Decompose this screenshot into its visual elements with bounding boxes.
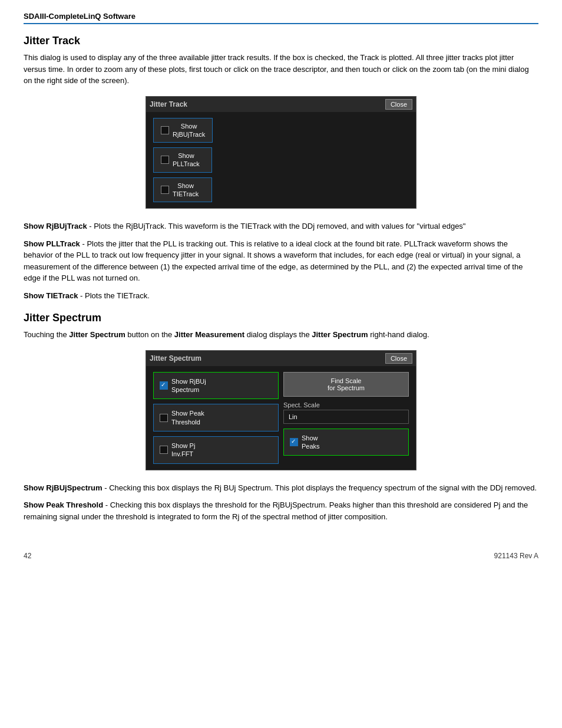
jitter-track-description: This dialog is used to display any of th… bbox=[24, 52, 538, 87]
show-peaks-label: ShowPeaks bbox=[302, 434, 320, 451]
rjbujtrack-term: Show RjBUjTrack bbox=[24, 222, 87, 230]
find-scale-label: Find Scalefor Spectrum bbox=[328, 377, 365, 391]
jitter-track-row-3: ShowTIETrack bbox=[153, 177, 409, 203]
jitter-measurement-bold: Jitter Measurement bbox=[174, 330, 244, 339]
spect-scale-value: Lin bbox=[283, 410, 409, 424]
jitter-track-dialog-title: Jitter Track bbox=[150, 100, 187, 108]
rjbujtrack-detail: - Plots the RjBUjTrack. This waveform is… bbox=[87, 222, 466, 230]
rjbujtrack-checkbox[interactable] bbox=[161, 126, 169, 134]
rjbuj-spectrum-checkbox[interactable] bbox=[160, 381, 168, 390]
rjbujtrack-label: ShowRjBUjTrack bbox=[173, 122, 205, 139]
tietrack-term: Show TIETrack bbox=[24, 291, 78, 300]
spect-scale-container: Spect. Scale Lin bbox=[283, 401, 409, 424]
jitter-track-dialog-content: ShowRjBUjTrack ShowPLLTrack ShowTIETrack bbox=[146, 112, 416, 209]
plltrack-description: Show PLLTrack - Plots the jitter that th… bbox=[24, 238, 538, 284]
pj-invfft-label: Show PjInv.FFT bbox=[171, 442, 195, 459]
jitter-track-dialog-container: Jitter Track Close ShowRjBUjTrack ShowPL… bbox=[24, 96, 538, 209]
plltrack-checkbox[interactable] bbox=[161, 156, 169, 164]
rjbujtrack-description: Show RjBUjTrack - Plots the RjBUjTrack. … bbox=[24, 220, 538, 232]
jitter-spectrum-dialog: Jitter Spectrum Close Show RjBUjSpectrum… bbox=[146, 350, 416, 470]
spectrum-left-col: Show RjBUjSpectrum Show PeakThreshold Sh… bbox=[153, 372, 279, 464]
jitter-track-close-button[interactable]: Close bbox=[385, 99, 412, 110]
peak-threshold-checkbox[interactable] bbox=[160, 414, 168, 422]
tietrack-checkbox[interactable] bbox=[161, 186, 169, 194]
show-peaks-button[interactable]: ShowPeaks bbox=[283, 429, 409, 456]
plltrack-term: Show PLLTrack bbox=[24, 239, 80, 248]
page-footer: 42 921143 Rev A bbox=[24, 546, 538, 560]
show-rjbuj-spectrum-button[interactable]: Show RjBUjSpectrum bbox=[153, 372, 279, 400]
jitter-track-dialog: Jitter Track Close ShowRjBUjTrack ShowPL… bbox=[146, 96, 416, 209]
show-peak-threshold-button[interactable]: Show PeakThreshold bbox=[153, 404, 279, 431]
jitter-spectrum-title-bar: Jitter Spectrum Close bbox=[146, 351, 416, 366]
plltrack-detail: - Plots the jitter that the PLL is track… bbox=[24, 239, 523, 283]
spect-scale-label: Spect. Scale bbox=[283, 401, 409, 409]
rjbuj-spectrum-detail: - Checking this box displays the Rj BUj … bbox=[103, 483, 537, 492]
jitter-track-section: Jitter Track This dialog is used to disp… bbox=[24, 35, 538, 301]
rjbuj-spectrum-label: Show RjBUjSpectrum bbox=[171, 377, 206, 394]
peak-threshold-term: Show Peak Threshold bbox=[24, 500, 103, 509]
show-peaks-checkbox[interactable] bbox=[290, 438, 298, 446]
plltrack-label: ShowPLLTrack bbox=[173, 151, 200, 169]
header-title: SDAIII-CompleteLinQ Software bbox=[24, 12, 135, 21]
page-header: SDAIII-CompleteLinQ Software bbox=[24, 12, 538, 24]
spectrum-right-col: Find Scalefor Spectrum Spect. Scale Lin … bbox=[283, 372, 409, 464]
jitter-track-row-2: ShowPLLTrack bbox=[153, 147, 409, 173]
jitter-spectrum-section: Jitter Spectrum Touching the Jitter Spec… bbox=[24, 312, 538, 522]
show-rjbujtrack-button[interactable]: ShowRjBUjTrack bbox=[153, 118, 213, 143]
jitter-track-heading: Jitter Track bbox=[24, 35, 538, 47]
jitter-spectrum-heading: Jitter Spectrum bbox=[24, 312, 538, 324]
jitter-spectrum-dialog-container: Jitter Spectrum Close Show RjBUjSpectrum… bbox=[24, 350, 538, 470]
peak-threshold-label: Show PeakThreshold bbox=[171, 409, 204, 426]
jitter-spectrum-dialog-title: Jitter Spectrum bbox=[150, 354, 201, 363]
jitter-track-title-bar: Jitter Track Close bbox=[146, 97, 416, 112]
tietrack-label: ShowTIETrack bbox=[173, 182, 199, 199]
pj-invfft-checkbox[interactable] bbox=[160, 446, 168, 454]
peak-threshold-description: Show Peak Threshold - Checking this box … bbox=[24, 499, 538, 522]
jitter-track-row-1: ShowRjBUjTrack bbox=[153, 118, 409, 143]
doc-number: 921143 Rev A bbox=[494, 552, 538, 560]
show-pj-invfft-button[interactable]: Show PjInv.FFT bbox=[153, 436, 279, 464]
jitter-spectrum-close-button[interactable]: Close bbox=[385, 353, 412, 364]
show-plltrack-button[interactable]: ShowPLLTrack bbox=[153, 147, 212, 173]
find-scale-button[interactable]: Find Scalefor Spectrum bbox=[283, 372, 409, 397]
jitter-spectrum-dialog-content: Show RjBUjSpectrum Show PeakThreshold Sh… bbox=[146, 366, 416, 470]
tietrack-detail: - Plots the TIETrack. bbox=[78, 291, 149, 300]
tietrack-description: Show TIETrack - Plots the TIETrack. bbox=[24, 290, 538, 302]
jitter-spectrum-bold1: Jitter Spectrum bbox=[69, 330, 125, 339]
show-tietrack-button[interactable]: ShowTIETrack bbox=[153, 177, 212, 203]
rjbuj-spectrum-description: Show RjBUjSpectrum - Checking this box d… bbox=[24, 482, 538, 494]
page-number: 42 bbox=[24, 552, 31, 560]
jitter-spectrum-bold2: Jitter Spectrum bbox=[312, 330, 368, 339]
rjbuj-spectrum-term: Show RjBUjSpectrum bbox=[24, 483, 103, 492]
jitter-spectrum-intro: Touching the Jitter Spectrum button on t… bbox=[24, 329, 538, 341]
